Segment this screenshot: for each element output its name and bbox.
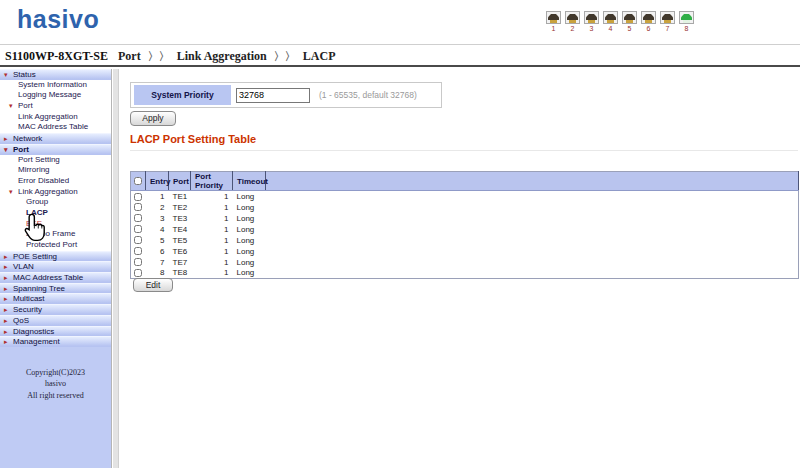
expand-arrow-icon: ▾ bbox=[9, 187, 13, 198]
breadcrumb-item-lacp: LACP bbox=[303, 49, 336, 63]
table-row[interactable]: 4 TE4 1 Long bbox=[131, 224, 799, 235]
rj45-port-icon bbox=[679, 11, 694, 24]
row-checkbox[interactable] bbox=[134, 258, 142, 266]
table-row[interactable]: 1 TE1 1 Long bbox=[131, 191, 799, 202]
select-all-checkbox[interactable] bbox=[134, 177, 142, 185]
sidebar-item-status-port[interactable]: ▾Port bbox=[0, 101, 111, 112]
row-checkbox[interactable] bbox=[134, 193, 142, 201]
port-number: 3 bbox=[590, 25, 594, 32]
expand-arrow-icon: ▸ bbox=[4, 337, 8, 348]
brand-logo: hasivo bbox=[17, 5, 99, 34]
row-checkbox[interactable] bbox=[134, 236, 142, 244]
system-priority-input[interactable] bbox=[236, 88, 310, 103]
sidebar-item-status-mac-address-table[interactable]: MAC Address Table bbox=[0, 122, 111, 133]
port-status-5: 5 bbox=[622, 11, 637, 32]
app-header: hasivo 1 2 3 4 5 6 7 bbox=[0, 0, 800, 45]
device-model: S1100WP-8XGT-SE bbox=[5, 49, 108, 64]
rj45-port-icon bbox=[584, 11, 599, 24]
port-number: 1 bbox=[552, 25, 556, 32]
sidebar-divider bbox=[113, 69, 119, 468]
breadcrumb-item-port[interactable]: Port bbox=[118, 49, 141, 63]
row-checkbox[interactable] bbox=[134, 269, 142, 277]
breadcrumb: Port 〉〉 Link Aggregation 〉〉 LACP bbox=[118, 49, 335, 64]
sidebar-item-status[interactable]: ▾Status bbox=[0, 69, 111, 80]
port-status-7: 7 bbox=[660, 11, 675, 32]
sidebar-item-group[interactable]: Group bbox=[0, 197, 111, 208]
sidebar-item-port-setting[interactable]: Port Setting bbox=[0, 155, 111, 166]
sidebar-item-jumbo-frame[interactable]: Jumbo Frame bbox=[0, 229, 111, 240]
rj45-port-icon bbox=[603, 11, 618, 24]
col-header-filler bbox=[266, 172, 799, 191]
sidebar-item-network[interactable]: ▸Network bbox=[0, 133, 111, 144]
breadcrumb-separator: 〉〉 bbox=[148, 50, 170, 62]
sidebar-item-management[interactable]: ▸Management bbox=[0, 336, 111, 347]
expand-arrow-icon: ▾ bbox=[9, 101, 13, 112]
page-title: LACP Port Setting Table bbox=[130, 133, 256, 145]
table-row[interactable]: 7 TE7 1 Long bbox=[131, 257, 799, 268]
sidebar-nav: ▾Status System Information Logging Messa… bbox=[0, 69, 112, 468]
sidebar-item-poe-setting[interactable]: ▸POE Setting bbox=[0, 251, 111, 262]
port-status-3: 3 bbox=[584, 11, 599, 32]
sidebar-item-vlan[interactable]: ▸VLAN bbox=[0, 261, 111, 272]
system-priority-form: System Priority (1 - 65535, default 3276… bbox=[130, 82, 442, 108]
apply-button[interactable]: Apply bbox=[130, 111, 176, 126]
sidebar-item-link-aggregation[interactable]: ▾Link Aggregation bbox=[0, 187, 111, 198]
copyright-text: Copyright(C)2023 hasivo All right reserv… bbox=[0, 367, 111, 402]
port-number: 6 bbox=[647, 25, 651, 32]
row-checkbox[interactable] bbox=[134, 247, 142, 255]
row-checkbox[interactable] bbox=[134, 214, 142, 222]
table-row[interactable]: 2 TE2 1 Long bbox=[131, 202, 799, 213]
sidebar-item-logging-message[interactable]: Logging Message bbox=[0, 90, 111, 101]
breadcrumb-separator: 〉〉 bbox=[274, 50, 296, 62]
sidebar-item-lacp[interactable]: LACP bbox=[0, 208, 111, 219]
sidebar-item-error-disabled[interactable]: Error Disabled bbox=[0, 176, 111, 187]
table-row[interactable]: 3 TE3 1 Long bbox=[131, 213, 799, 224]
port-number: 4 bbox=[609, 25, 613, 32]
port-status-2: 2 bbox=[565, 11, 580, 32]
port-number: 2 bbox=[571, 25, 575, 32]
col-header-timeout: Timeout bbox=[233, 172, 266, 191]
edit-button[interactable]: Edit bbox=[133, 278, 173, 292]
sidebar-item-mac-address-table[interactable]: ▸MAC Address Table bbox=[0, 272, 111, 283]
lacp-port-setting-table: Entry Port Port Priority Timeout 1 TE1 1… bbox=[130, 171, 799, 279]
rj45-port-icon bbox=[641, 11, 656, 24]
rj45-port-icon bbox=[622, 11, 637, 24]
sidebar-item-diagnostics[interactable]: ▸Diagnostics bbox=[0, 326, 111, 337]
col-header-port-priority: Port Priority bbox=[191, 172, 233, 191]
col-header-entry: Entry bbox=[146, 172, 169, 191]
sidebar-item-port[interactable]: ▾Port bbox=[0, 144, 111, 155]
breadcrumb-bar: S1100WP-8XGT-SE Port 〉〉 Link Aggregation… bbox=[0, 46, 800, 67]
rj45-port-icon bbox=[565, 11, 580, 24]
sidebar-item-multicast[interactable]: ▸Multicast bbox=[0, 293, 111, 304]
port-status-8: 8 bbox=[679, 11, 694, 32]
breadcrumb-item-link-aggregation[interactable]: Link Aggregation bbox=[177, 49, 267, 63]
table-row[interactable]: 8 TE8 1 Long bbox=[131, 268, 799, 279]
row-checkbox[interactable] bbox=[134, 225, 142, 233]
port-status-1: 1 bbox=[546, 11, 561, 32]
sidebar-item-protected-port[interactable]: Protected Port bbox=[0, 240, 111, 251]
port-number: 7 bbox=[666, 25, 670, 32]
port-status-6: 6 bbox=[641, 11, 656, 32]
sidebar-footer: Copyright(C)2023 hasivo All right reserv… bbox=[0, 347, 111, 468]
sidebar-item-eee[interactable]: EEE bbox=[0, 219, 111, 230]
system-priority-hint: (1 - 65535, default 32768) bbox=[319, 90, 417, 100]
title-divider bbox=[130, 150, 798, 151]
col-header-port: Port bbox=[169, 172, 191, 191]
sidebar-item-system-information[interactable]: System Information bbox=[0, 80, 111, 91]
table-header-row: Entry Port Port Priority Timeout bbox=[131, 172, 799, 191]
port-status-4: 4 bbox=[603, 11, 618, 32]
port-number: 5 bbox=[628, 25, 632, 32]
sidebar-item-spanning-tree[interactable]: ▸Spanning Tree bbox=[0, 283, 111, 294]
sidebar-item-qos[interactable]: ▸QoS bbox=[0, 315, 111, 326]
row-checkbox[interactable] bbox=[134, 203, 142, 211]
sidebar-item-security[interactable]: ▸Security bbox=[0, 304, 111, 315]
port-status-panel: 1 2 3 4 5 6 7 8 bbox=[546, 11, 694, 32]
sidebar-item-status-link-aggregation[interactable]: Link Aggregation bbox=[0, 112, 111, 123]
port-number: 8 bbox=[685, 25, 689, 32]
rj45-port-icon bbox=[546, 11, 561, 24]
system-priority-label: System Priority bbox=[134, 85, 231, 105]
table-row[interactable]: 6 TE6 1 Long bbox=[131, 246, 799, 257]
sidebar-item-mirroring[interactable]: Mirroring bbox=[0, 165, 111, 176]
rj45-port-icon bbox=[660, 11, 675, 24]
table-row[interactable]: 5 TE5 1 Long bbox=[131, 235, 799, 246]
